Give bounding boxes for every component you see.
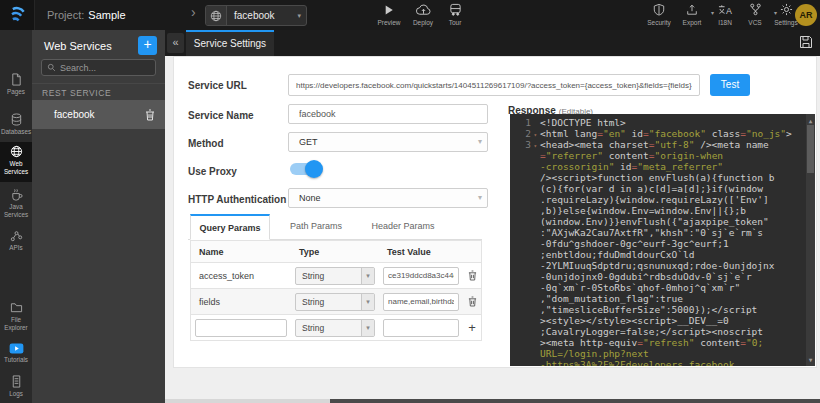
chevron-down-icon: ▾ [478,133,482,151]
new-param-test-value-input[interactable] [383,319,459,337]
sidebar-item-databases[interactable]: Databases [0,110,32,144]
svg-text:A: A [725,6,731,16]
service-url-label: Service URL [188,80,247,91]
code-line: 2▾<html lang="en" id="facebook" class="n… [510,128,806,139]
sidebar-item-apis[interactable]: APIs [0,226,32,256]
code-line: (window.Env)}}envFlush({"ajaxpipe_token" [510,216,806,227]
method-select[interactable]: GET ▾ [288,132,488,152]
video-play-icon [0,343,32,354]
add-service-button[interactable]: + [138,36,157,55]
service-name-input[interactable] [288,104,488,124]
globe-icon [0,145,32,158]
params-tab-strip: Query Params Path Params Header Params [188,214,482,240]
service-url-input[interactable] [288,74,700,96]
horizontal-scrollbar-thumb[interactable] [330,399,820,403]
service-selector-dropdown[interactable]: facebook ▾ [205,5,307,26]
code-line: URL=/login.php?next [510,348,806,359]
rest-service-section-label: REST SERVICE [42,88,111,98]
tab-path-params[interactable]: Path Params [280,214,352,240]
app-window: Project:Sample › facebook ▾ Preview [0,0,820,403]
page-icon [0,73,32,86]
code-line: ><meta http-equiv="refresh" content="0; [510,337,806,348]
chevron-down-icon: ▾ [478,189,482,207]
code-line: -crossorigin" id="meta_referrer" [510,161,806,172]
table-row-new: String ▾ + [191,314,481,340]
param-type-select[interactable]: String ▾ [295,293,375,311]
panel-divider [32,83,165,84]
add-row-button[interactable]: + [463,320,481,335]
export-button[interactable]: ▾ Export [674,3,710,26]
user-avatar[interactable]: AR [795,4,817,26]
service-list-item-facebook[interactable]: facebook [32,100,165,129]
param-type-select[interactable]: String ▾ [295,319,375,337]
tab-bar: « Service Settings [165,30,820,56]
new-param-name-input[interactable] [195,319,287,337]
panel-title: Web Services [44,40,112,52]
http-auth-label: HTTP Authentication [188,194,286,205]
tab-header-params[interactable]: Header Params [360,214,446,240]
collapse-panel-button[interactable]: « [167,33,184,53]
security-button[interactable]: Security [641,3,677,26]
use-proxy-label: Use Proxy [188,166,237,177]
chevron-right-icon: › [191,4,196,20]
logo-icon [7,5,27,25]
database-icon [0,113,32,126]
sidebar-item-pages[interactable]: Pages [0,70,32,104]
horizontal-scrollbar [165,399,820,403]
param-test-value-input[interactable] [383,293,459,311]
delete-row-icon[interactable] [463,296,481,307]
table-row: fields String ▾ [191,288,481,314]
test-button[interactable]: Test [710,74,750,96]
app-logo[interactable] [0,0,35,30]
web-services-panel: Web Services + REST SERVICE facebook [32,30,165,403]
param-type-select[interactable]: String ▾ [295,267,375,285]
code-lines: 1<!DOCTYPE html>2▾<html lang="en" id="fa… [510,117,806,366]
sidebar-item-logs[interactable]: Logs [0,372,32,402]
main-content: « Service Settings Service URL Test Serv… [165,30,820,403]
scroll-down-icon[interactable]: ▼ [806,354,815,365]
scrollbar-thumb[interactable] [807,125,814,173]
tab-query-params[interactable]: Query Params [190,214,270,240]
code-line: ;enbtldou;fduDmdldourCxO`ld [510,249,806,260]
project-label: Project: [47,9,84,21]
tour-button[interactable]: Tour [437,3,473,26]
code-line: ,b)}else{window.Env=window.Env||{};b [510,205,806,216]
query-params-table: Name Type Test Value access_token String… [190,240,482,341]
search-input[interactable] [60,63,140,73]
param-test-value-input[interactable] [383,267,459,285]
search-icon [47,63,56,72]
sidebar-item-web-services[interactable]: Web Services [0,142,32,182]
code-line: /><script>function envFlush(a){function … [510,172,806,183]
param-name: access_token [191,271,291,281]
service-name-label: Service Name [188,110,254,121]
code-line: ,"dom_mutation_flag":true [510,293,806,304]
editor-scrollbar: ▲ ▼ [806,114,815,366]
chevron-down-icon: ▾ [361,320,374,336]
column-name: Name [191,247,291,257]
cloud-upload-icon [405,3,441,16]
code-line: -0unjdojnx0-0gdubi^rdbsduOdv-0`sj`e`r [510,271,806,282]
use-proxy-toggle[interactable] [290,163,320,175]
deploy-button[interactable]: Deploy [405,3,441,26]
coffee-cup-icon [0,188,32,201]
document-lines-icon [0,375,32,388]
code-line: .requireLazy){window.requireLazy(['Env'] [510,194,806,205]
sidebar-item-java-services[interactable]: Java Services [0,185,32,225]
code-line: :"AXjwKa2Cau7AxtfR","khsh":"0`sj`e`rm`s [510,227,806,238]
param-name: fields [191,297,291,307]
tab-service-settings[interactable]: Service Settings [186,30,274,56]
delete-row-icon[interactable] [463,270,481,281]
save-button[interactable] [799,35,813,49]
code-line: ><style></style><script>__DEV__=0 [510,315,806,326]
table-header-row: Name Type Test Value [191,240,481,262]
sidebar-item-tutorials[interactable]: Tutorials [0,340,32,370]
shield-icon [641,3,677,16]
delete-service-icon[interactable] [145,109,155,121]
http-auth-select[interactable]: None ▾ [288,188,488,208]
preview-button[interactable]: Preview [371,3,407,26]
code-line: (c){for(var d in a)c[d]=a[d];}if(window [510,183,806,194]
sidebar-item-file-explorer[interactable]: File Explorer [0,298,32,338]
response-editor[interactable]: 1<!DOCTYPE html>2▾<html lang="en" id="fa… [510,114,815,366]
bus-icon [437,3,473,16]
code-line: -2YLMIuuqSdptdru;qsnunuxqd;rdoe-0unjdojn… [510,260,806,271]
